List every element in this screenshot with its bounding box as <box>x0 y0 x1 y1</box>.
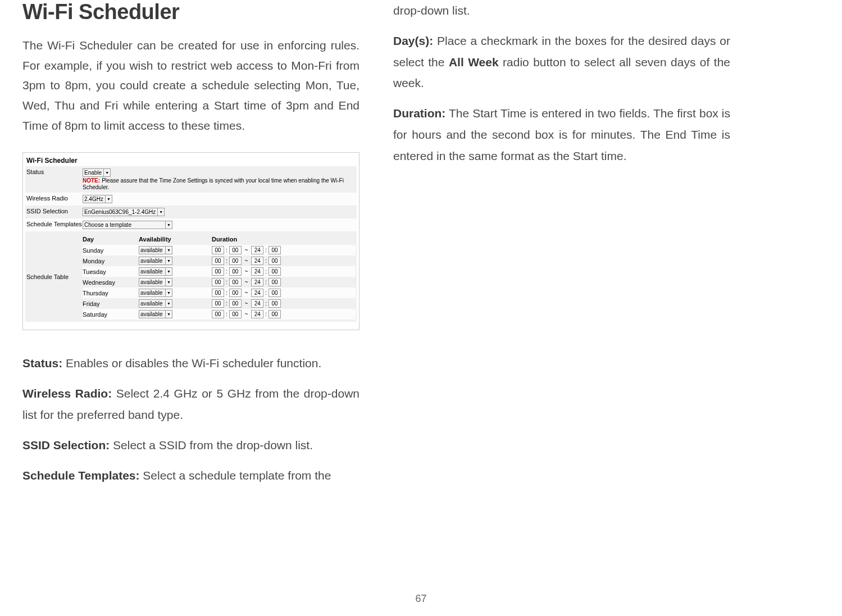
schedule-day: Tuesday <box>83 268 139 275</box>
chevron-down-icon: ▼ <box>165 279 172 286</box>
start-min-input[interactable]: 00 <box>229 267 242 276</box>
end-min-input[interactable]: 00 <box>268 299 281 308</box>
availability-dropdown[interactable]: available▼ <box>139 267 172 276</box>
separator: : <box>226 300 227 307</box>
def-duration: Duration: The Start Time is entered in t… <box>393 103 730 166</box>
def-status-text: Enables or disables the Wi-Fi scheduler … <box>62 357 321 369</box>
separator: : <box>265 290 267 296</box>
start-hour-input[interactable]: 00 <box>212 310 224 318</box>
start-min-input[interactable]: 00 <box>229 257 242 265</box>
start-min-input[interactable]: 00 <box>229 278 242 286</box>
separator: : <box>226 279 227 285</box>
end-min-input[interactable]: 00 <box>268 267 281 276</box>
schedule-day: Saturday <box>83 311 139 318</box>
separator: : <box>226 247 227 253</box>
separator: ~ <box>243 279 249 285</box>
availability-dropdown[interactable]: available▼ <box>139 310 172 318</box>
availability-dropdown[interactable]: available▼ <box>139 278 172 286</box>
chevron-down-icon: ▼ <box>165 257 172 264</box>
def-radio-term: Wireless Radio: <box>22 387 112 400</box>
separator: ~ <box>243 311 249 317</box>
chevron-down-icon: ▼ <box>165 221 172 229</box>
availability-value: available <box>140 247 162 253</box>
templates-dropdown[interactable]: Choose a template ▼ <box>83 221 172 229</box>
availability-value: available <box>140 258 162 264</box>
end-min-input[interactable]: 00 <box>268 246 281 254</box>
end-hour-input[interactable]: 24 <box>251 278 263 286</box>
start-hour-input[interactable]: 00 <box>212 267 224 276</box>
schedule-row: Saturdayavailable▼00:00 ~ 24:00 <box>83 309 356 320</box>
schedule-row: Thursdayavailable▼00:00 ~ 24:00 <box>83 288 356 298</box>
def-days-term: Day(s): <box>393 34 433 47</box>
note-label: NOTE: <box>83 177 100 184</box>
availability-value: available <box>140 311 162 317</box>
availability-value: available <box>140 279 162 285</box>
end-min-input[interactable]: 00 <box>268 310 281 318</box>
schedule-row: Fridayavailable▼00:00 ~ 24:00 <box>83 298 356 309</box>
availability-dropdown[interactable]: available▼ <box>139 246 172 254</box>
schedule-day: Sunday <box>83 247 139 254</box>
start-min-input[interactable]: 00 <box>229 289 242 297</box>
availability-dropdown[interactable]: available▼ <box>139 289 172 297</box>
status-dropdown[interactable]: Enable ▼ <box>83 168 111 177</box>
intro-paragraph: The Wi-Fi Scheduler can be created for u… <box>22 35 359 135</box>
end-hour-input[interactable]: 24 <box>251 246 263 254</box>
schedule-duration: 00:00 ~ 24:00 <box>212 257 356 265</box>
end-min-input[interactable]: 00 <box>268 278 281 286</box>
end-hour-input[interactable]: 24 <box>251 289 263 297</box>
start-min-input[interactable]: 00 <box>229 246 242 254</box>
separator: : <box>265 311 267 317</box>
def-templates-cont: drop-down list. <box>393 0 730 21</box>
schedule-table-header: Day Availability Duration <box>83 234 356 245</box>
wireless-radio-dropdown[interactable]: 2.4GHz ▼ <box>83 195 112 203</box>
chevron-down-icon: ▼ <box>165 289 172 296</box>
start-hour-input[interactable]: 00 <box>212 246 224 254</box>
schedule-duration: 00:00 ~ 24:00 <box>212 246 356 254</box>
page-number: 67 <box>415 593 426 605</box>
start-hour-input[interactable]: 00 <box>212 299 224 308</box>
end-hour-input[interactable]: 24 <box>251 310 263 318</box>
col-day: Day <box>83 236 139 243</box>
def-days: Day(s): Place a checkmark in the boxes f… <box>393 30 730 94</box>
separator: : <box>265 268 267 275</box>
def-templates-term: Schedule Templates: <box>22 469 140 482</box>
wireless-radio-row: Wireless Radio 2.4GHz ▼ <box>25 193 357 206</box>
status-dropdown-value: Enable <box>84 170 102 176</box>
end-min-input[interactable]: 00 <box>268 257 281 265</box>
chevron-down-icon: ▼ <box>165 300 172 307</box>
separator: : <box>226 290 227 296</box>
note-text: Please assure that the Time Zone Setting… <box>83 177 344 190</box>
end-hour-input[interactable]: 24 <box>251 267 263 276</box>
wireless-radio-value: 2.4GHz <box>84 196 103 202</box>
def-status-term: Status: <box>22 357 62 369</box>
schedule-day: Monday <box>83 258 139 264</box>
def-ssid: SSID Selection: Select a SSID from the d… <box>22 435 359 456</box>
schedule-day: Thursday <box>83 290 139 296</box>
start-hour-input[interactable]: 00 <box>212 257 224 265</box>
schedule-duration: 00:00 ~ 24:00 <box>212 299 356 308</box>
templates-row: Schedule Templates Choose a template ▼ <box>25 218 357 231</box>
schedule-duration: 00:00 ~ 24:00 <box>212 310 356 318</box>
schedule-row: Mondayavailable▼00:00 ~ 24:00 <box>83 255 356 266</box>
start-hour-input[interactable]: 00 <box>212 278 224 286</box>
status-label: Status <box>26 168 83 175</box>
col-duration: Duration <box>212 236 356 243</box>
start-min-input[interactable]: 00 <box>229 299 242 308</box>
end-hour-input[interactable]: 24 <box>251 257 263 265</box>
separator: ~ <box>243 268 249 275</box>
def-ssid-text: Select a SSID from the drop-down list. <box>110 439 313 451</box>
separator: : <box>265 258 267 264</box>
ssid-dropdown[interactable]: EnGenius063C96_1-2.4GHz ▼ <box>83 208 165 216</box>
start-hour-input[interactable]: 00 <box>212 289 224 297</box>
end-min-input[interactable]: 00 <box>268 289 281 297</box>
start-min-input[interactable]: 00 <box>229 310 242 318</box>
end-hour-input[interactable]: 24 <box>251 299 263 308</box>
def-ssid-term: SSID Selection: <box>22 439 110 451</box>
def-duration-term: Duration: <box>393 107 445 120</box>
schedule-duration: 00:00 ~ 24:00 <box>212 289 356 297</box>
availability-value: available <box>140 290 162 296</box>
availability-dropdown[interactable]: available▼ <box>139 257 172 265</box>
panel-title: Wi-Fi Scheduler <box>25 155 357 166</box>
templates-value: Choose a template <box>84 222 131 228</box>
availability-dropdown[interactable]: available▼ <box>139 299 172 308</box>
